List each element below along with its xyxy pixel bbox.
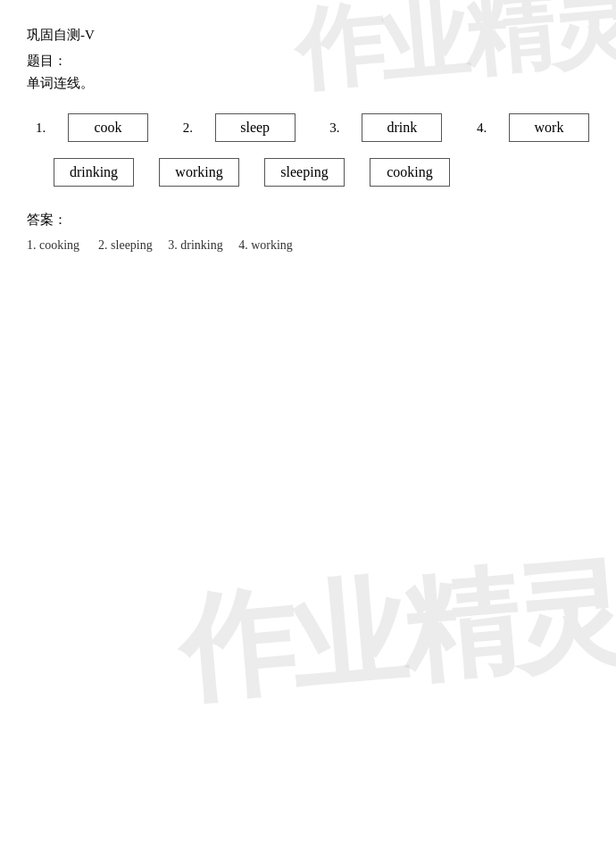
word-box-work: work [509, 113, 589, 142]
answer-section: 答案： 1. cooking 2. sleeping 3. drinking 4… [27, 212, 589, 255]
number-1: 1. [36, 121, 55, 136]
word-item-1: 1. cook [36, 113, 148, 142]
word-box-sleep: sleep [215, 113, 296, 142]
word-item-4: 4. work [477, 113, 589, 142]
word-box-sleeping: sleeping [264, 158, 345, 187]
watermark-bottom: 作业精灵 [174, 553, 616, 707]
number-2: 2. [183, 121, 203, 136]
bottom-words-row: drinking working sleeping cooking [27, 158, 589, 187]
answer-text: 1. cooking 2. sleeping 3. drinking 4. wo… [27, 236, 589, 255]
word-item-2: 2. sleep [183, 113, 296, 142]
top-words-row: 1. cook 2. sleep 3. drink 4. work [27, 113, 589, 142]
word-box-drinking: drinking [54, 158, 134, 187]
word-box-cooking: cooking [370, 158, 450, 187]
word-box-working: working [159, 158, 239, 187]
number-4: 4. [477, 121, 496, 136]
answer-title: 答案： [27, 212, 589, 229]
page-title: 巩固自测-V [27, 27, 589, 44]
word-box-cook: cook [68, 113, 148, 142]
number-3: 3. [329, 121, 349, 136]
question-label: 题目： [27, 53, 589, 70]
instruction-text: 单词连线。 [27, 75, 589, 92]
word-box-drink: drink [362, 113, 442, 142]
word-item-3: 3. drink [329, 113, 442, 142]
